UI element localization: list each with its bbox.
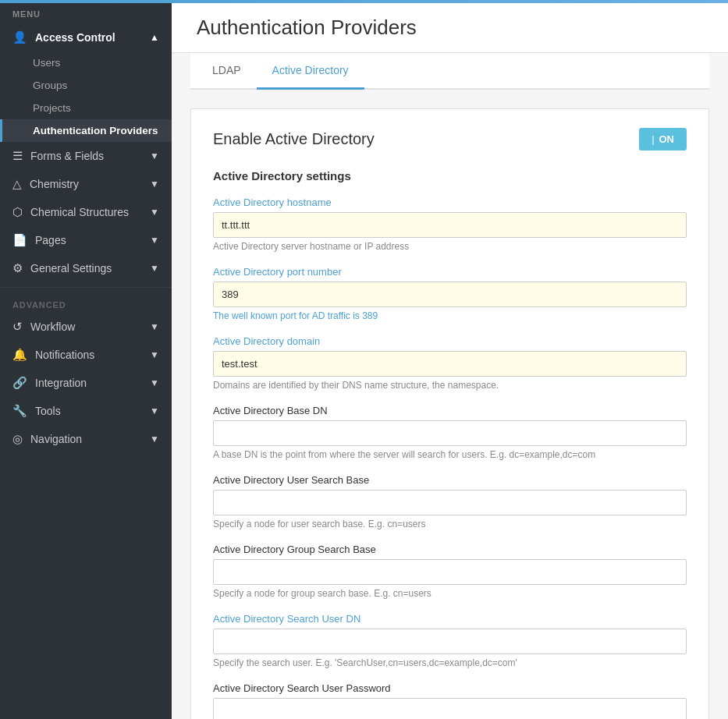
chevron-icon: ▼ xyxy=(150,151,159,161)
sidebar: MENU 👤 Access Control ▲ Users Groups Pro… xyxy=(0,0,172,719)
sidebar-item-label: General Settings xyxy=(30,262,112,274)
content-area: LDAP Active Directory Enable Active Dire… xyxy=(172,53,728,719)
sidebar-item-forms-fields[interactable]: ☰ Forms & Fields ▼ xyxy=(0,142,172,170)
chemical-icon: ⬡ xyxy=(12,205,23,219)
chevron-icon: ▼ xyxy=(150,349,159,360)
sub-item-label: Users xyxy=(33,57,60,69)
form-card: Enable Active Directory ON Active Direct… xyxy=(190,108,709,719)
chevron-icon: ▼ xyxy=(150,235,159,246)
chevron-icon: ▼ xyxy=(150,179,159,189)
sidebar-item-general-settings[interactable]: ⚙ General Settings ▼ xyxy=(0,254,172,282)
field-hint-user-search-base: Specify a node for user search base. E.g… xyxy=(213,519,687,530)
sidebar-item-label: Workflow xyxy=(30,321,75,333)
divider xyxy=(0,287,172,288)
chevron-icon: ▼ xyxy=(150,377,159,388)
sub-item-label: Groups xyxy=(33,80,67,91)
page-header: Authentication Providers xyxy=(172,0,728,53)
sidebar-item-label: Pages xyxy=(35,234,66,246)
sidebar-item-label: Navigation xyxy=(30,433,82,445)
field-hint-domain: Domains are identified by their DNS name… xyxy=(213,380,687,391)
tools-icon: 🔧 xyxy=(12,404,27,418)
field-input-base-dn[interactable] xyxy=(213,420,687,446)
sub-item-label: Authentication Providers xyxy=(33,125,158,136)
sidebar-item-label: Access Control xyxy=(35,31,115,44)
settings-icon: ⚙ xyxy=(12,261,23,275)
tab-active-directory[interactable]: Active Directory xyxy=(257,53,364,90)
tabs: LDAP Active Directory xyxy=(190,53,709,90)
field-input-group-search-base[interactable] xyxy=(213,559,687,585)
field-input-port[interactable] xyxy=(213,282,687,307)
field-label-user-search-base: Active Directory User Search Base xyxy=(213,474,687,486)
sidebar-item-label: Integration xyxy=(35,377,87,389)
sidebar-item-notifications[interactable]: 🔔 Notifications ▼ xyxy=(0,341,172,369)
person-icon: 👤 xyxy=(12,30,27,44)
advanced-label: ADVANCED xyxy=(0,292,172,313)
toggle-button[interactable]: ON xyxy=(639,128,687,151)
integration-icon: 🔗 xyxy=(12,376,27,390)
chevron-icon: ▲ xyxy=(150,32,159,43)
navigation-icon: ◎ xyxy=(12,432,23,446)
field-label-search-user-password: Active Directory Search User Password xyxy=(213,682,687,694)
sub-item-label: Projects xyxy=(33,102,71,114)
pages-icon: 📄 xyxy=(12,233,27,247)
chevron-icon: ▼ xyxy=(150,406,159,416)
field-hint-search-user-dn: Specify the search user. E.g. 'SearchUse… xyxy=(213,657,687,668)
notifications-icon: 🔔 xyxy=(12,348,27,362)
tab-ldap[interactable]: LDAP xyxy=(197,53,257,90)
chevron-icon: ▼ xyxy=(150,434,159,445)
field-hint-port: The well known port for AD traffic is 38… xyxy=(213,310,687,321)
menu-label: MENU xyxy=(0,0,172,23)
sidebar-item-label: Forms & Fields xyxy=(30,150,104,162)
field-input-search-user-password[interactable] xyxy=(213,698,687,719)
field-label-hostname: Active Directory hostname xyxy=(213,197,687,208)
sidebar-item-tools[interactable]: 🔧 Tools ▼ xyxy=(0,397,172,425)
field-input-domain[interactable] xyxy=(213,351,687,377)
sidebar-item-pages[interactable]: 📄 Pages ▼ xyxy=(0,226,172,254)
sidebar-item-label: Notifications xyxy=(35,349,94,361)
field-label-port: Active Directory port number xyxy=(213,266,687,278)
sidebar-item-integration[interactable]: 🔗 Integration ▼ xyxy=(0,369,172,397)
chemistry-icon: △ xyxy=(12,177,22,191)
field-label-domain: Active Directory domain xyxy=(213,335,687,347)
sidebar-sub-item-projects[interactable]: Projects xyxy=(0,97,172,119)
chevron-icon: ▼ xyxy=(150,263,159,274)
field-group-port: Active Directory port number The well kn… xyxy=(213,266,687,321)
field-group-domain: Active Directory domain Domains are iden… xyxy=(213,335,687,391)
workflow-icon: ↺ xyxy=(12,320,23,334)
field-label-base-dn: Active Directory Base DN xyxy=(213,405,687,416)
field-input-hostname[interactable] xyxy=(213,212,687,238)
sidebar-item-label: Chemical Structures xyxy=(30,206,129,218)
sidebar-item-chemistry[interactable]: △ Chemistry ▼ xyxy=(0,170,172,198)
enable-row: Enable Active Directory ON xyxy=(213,128,687,151)
sidebar-item-label: Chemistry xyxy=(30,178,79,190)
field-label-search-user-dn: Active Directory Search User DN xyxy=(213,613,687,625)
main-content: Authentication Providers LDAP Active Dir… xyxy=(172,0,728,719)
sidebar-item-navigation[interactable]: ◎ Navigation ▼ xyxy=(0,425,172,453)
field-input-search-user-dn[interactable] xyxy=(213,629,687,654)
chevron-icon: ▼ xyxy=(150,321,159,332)
sidebar-sub-item-groups[interactable]: Groups xyxy=(0,74,172,97)
page-title: Authentication Providers xyxy=(197,16,703,40)
field-group-base-dn: Active Directory Base DN A base DN is th… xyxy=(213,405,687,460)
enable-title: Enable Active Directory xyxy=(213,130,375,148)
field-group-search-user-password: Active Directory Search User Password Se… xyxy=(213,682,687,719)
field-hint-hostname: Active Directory server hostname or IP a… xyxy=(213,241,687,252)
field-hint-group-search-base: Specify a node for group search base. E.… xyxy=(213,588,687,599)
field-group-user-search-base: Active Directory User Search Base Specif… xyxy=(213,474,687,530)
sidebar-item-label: Tools xyxy=(35,405,61,417)
chevron-icon: ▼ xyxy=(150,207,159,218)
section-title: Active Directory settings xyxy=(213,169,687,182)
field-group-search-user-dn: Active Directory Search User DN Specify … xyxy=(213,613,687,668)
sidebar-item-access-control[interactable]: 👤 Access Control ▲ xyxy=(0,23,172,51)
field-input-user-search-base[interactable] xyxy=(213,490,687,515)
sidebar-item-chemical-structures[interactable]: ⬡ Chemical Structures ▼ xyxy=(0,198,172,226)
field-label-group-search-base: Active Directory Group Search Base xyxy=(213,544,687,555)
sidebar-sub-item-users[interactable]: Users xyxy=(0,51,172,74)
forms-icon: ☰ xyxy=(12,149,23,163)
sidebar-item-workflow[interactable]: ↺ Workflow ▼ xyxy=(0,313,172,341)
field-group-group-search-base: Active Directory Group Search Base Speci… xyxy=(213,544,687,599)
sidebar-sub-item-authentication-providers[interactable]: Authentication Providers xyxy=(0,119,172,142)
field-group-hostname: Active Directory hostname Active Directo… xyxy=(213,197,687,252)
field-hint-base-dn: A base DN is the point from where the se… xyxy=(213,449,687,460)
